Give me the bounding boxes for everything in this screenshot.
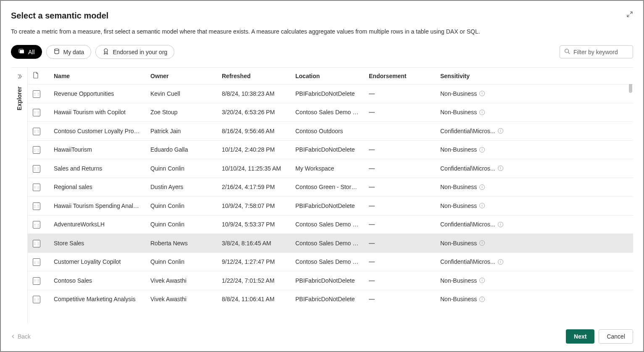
table-row[interactable]: ⋮⋮Store SalesRoberta News3/8/24, 8:16:45… [28, 234, 633, 253]
cell-refreshed: 10/10/24, 11:25:35 AM [217, 159, 290, 178]
col-location-header[interactable]: Location [290, 68, 364, 84]
cell-location: PBIFabricDoNotDelete [290, 290, 364, 308]
info-icon[interactable]: i [479, 240, 485, 246]
cell-sensitivity: Non-Businessi [435, 290, 633, 308]
model-icon-cell: ⋮⋮ [28, 178, 49, 197]
cell-sensitivity: Non-Businessi [435, 178, 633, 197]
semantic-model-icon: ⋮⋮ [33, 202, 40, 210]
cancel-button[interactable]: Cancel [599, 329, 633, 344]
table-row[interactable]: ⋮⋮HawaiiTourismEduardo Galla10/1/24, 2:4… [28, 140, 633, 159]
explorer-panel-collapsed: Explorer [11, 68, 28, 351]
table-row[interactable]: ⋮⋮Regional salesDustin Ayers2/16/24, 4:1… [28, 178, 633, 197]
cell-name: Revenue Opportunities [49, 84, 145, 103]
cell-location: Contoso Sales Demo Sp... [290, 215, 364, 234]
model-icon-cell: ⋮⋮ [28, 252, 49, 271]
cell-location: Contoso Sales Demo Sp... [290, 234, 364, 253]
filter-my-data-label: My data [63, 49, 84, 55]
chevron-right-icon[interactable] [16, 74, 22, 81]
cell-endorsement: — [364, 84, 435, 103]
svg-point-4 [565, 49, 569, 53]
table-row[interactable]: ⋮⋮Hawaii Tourism with CopilotZoe Stoup3/… [28, 103, 633, 122]
cell-endorsement: — [364, 215, 435, 234]
table-row[interactable]: ⋮⋮AdventureWorksLHQuinn Conlin10/9/24, 5… [28, 215, 633, 234]
dialog-footer: Back Next Cancel [1, 323, 643, 351]
cell-refreshed: 3/20/24, 6:53:26 PM [217, 103, 290, 122]
cell-name: Customer Loyality Copilot [49, 252, 145, 271]
cell-sensitivity: Non-Businessi [435, 103, 633, 122]
info-icon[interactable]: i [498, 259, 503, 265]
next-button[interactable]: Next [566, 329, 594, 344]
semantic-model-icon: ⋮⋮ [33, 240, 40, 247]
cell-owner: Zoe Stoup [145, 103, 217, 122]
cell-refreshed: 10/9/24, 7:58:07 PM [217, 197, 290, 215]
cell-location: PBIFabricDoNotDelete [290, 84, 364, 103]
semantic-model-icon: ⋮⋮ [33, 184, 40, 191]
stack-icon [18, 48, 25, 56]
cell-location: PBIFabricDoNotDelete [290, 271, 364, 290]
col-sensitivity-header[interactable]: Sensitivity [435, 68, 633, 84]
table-row[interactable]: ⋮⋮Contoso Customer Loyalty Progr...Patri… [28, 122, 633, 141]
col-owner-header[interactable]: Owner [145, 68, 217, 84]
cell-owner: Eduardo Galla [145, 140, 217, 159]
table-row[interactable]: ⋮⋮Contoso SalesVivek Awasthi1/22/24, 7:0… [28, 271, 633, 290]
toolbar: All My data Endorsed in your org [11, 45, 633, 59]
semantic-model-icon: ⋮⋮ [33, 165, 40, 173]
cell-location: PBIFabricDoNotDelete [290, 197, 364, 215]
col-name-header[interactable]: Name [49, 68, 145, 84]
col-icon-header[interactable] [28, 68, 49, 84]
search-icon [564, 48, 570, 55]
cell-owner: Vivek Awasthi [145, 290, 217, 308]
info-icon[interactable]: i [479, 91, 485, 96]
cell-sensitivity: Confidential\Micros...i [435, 159, 633, 178]
table-row[interactable]: ⋮⋮Sales and ReturnsQuinn Conlin10/10/24,… [28, 159, 633, 178]
cell-refreshed: 8/8/24, 11:06:41 AM [217, 290, 290, 308]
filter-endorsed[interactable]: Endorsed in your org [95, 45, 174, 59]
filter-all[interactable]: All [11, 45, 42, 59]
cell-location: PBIFabricDoNotDelete [290, 140, 364, 159]
table-row[interactable]: ⋮⋮Competitive Marketing AnalysisVivek Aw… [28, 290, 633, 308]
filter-my-data[interactable]: My data [46, 45, 92, 59]
cell-endorsement: — [364, 234, 435, 253]
model-icon-cell: ⋮⋮ [28, 122, 49, 141]
cell-owner: Quinn Conlin [145, 159, 217, 178]
search-box[interactable] [560, 45, 633, 58]
cell-refreshed: 2/16/24, 4:17:59 PM [217, 178, 290, 197]
cell-sensitivity: Non-Businessi [435, 197, 633, 215]
info-icon[interactable]: i [479, 147, 485, 152]
info-icon[interactable]: i [479, 110, 485, 115]
cell-endorsement: — [364, 140, 435, 159]
info-icon[interactable]: i [479, 278, 485, 283]
model-icon-cell: ⋮⋮ [28, 290, 49, 308]
back-button[interactable]: Back [11, 333, 31, 340]
table-row[interactable]: ⋮⋮Customer Loyality CopilotQuinn Conlin9… [28, 252, 633, 271]
table-row[interactable]: ⋮⋮Hawaii Tourism Spending AnalysisQuinn … [28, 197, 633, 215]
model-icon-cell: ⋮⋮ [28, 197, 49, 215]
table-row[interactable]: ⋮⋮Revenue OpportunitiesKevin Cuell8/8/24… [28, 84, 633, 103]
col-refreshed-header[interactable]: Refreshed [217, 68, 290, 84]
info-icon[interactable]: i [498, 128, 503, 134]
semantic-model-icon: ⋮⋮ [33, 258, 40, 266]
cell-refreshed: 9/12/24, 1:27:47 PM [217, 252, 290, 271]
expand-icon[interactable] [626, 11, 633, 19]
filter-pills: All My data Endorsed in your org [11, 45, 174, 59]
table-header-row: Name Owner Refreshed Location Endorsemen… [28, 68, 633, 84]
info-icon[interactable]: i [479, 297, 485, 302]
filter-endorsed-label: Endorsed in your org [113, 49, 167, 55]
search-input[interactable] [573, 49, 628, 55]
table-container: Name Owner Refreshed Location Endorsemen… [28, 68, 633, 351]
info-icon[interactable]: i [479, 203, 485, 208]
info-icon[interactable]: i [498, 165, 503, 171]
cell-refreshed: 10/9/24, 5:53:37 PM [217, 215, 290, 234]
info-icon[interactable]: i [479, 184, 485, 190]
cell-name: Store Sales [49, 234, 145, 253]
cell-refreshed: 8/16/24, 9:56:46 AM [217, 122, 290, 141]
cylinder-icon [53, 48, 60, 56]
cell-endorsement: — [364, 290, 435, 308]
col-endorsement-header[interactable]: Endorsement [364, 68, 435, 84]
cell-sensitivity: Confidential\Micros...i [435, 122, 633, 141]
info-icon[interactable]: i [498, 222, 503, 227]
cell-name: Regional sales [49, 178, 145, 197]
cell-sensitivity: Confidential\Micros...i [435, 215, 633, 234]
svg-rect-1 [20, 50, 24, 53]
ribbon-icon [103, 48, 109, 56]
